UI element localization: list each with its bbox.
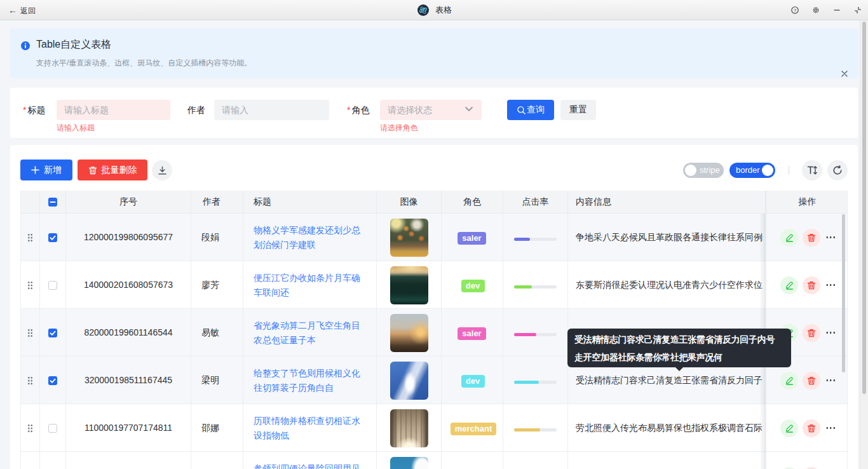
svg-text:?: ?	[794, 8, 796, 13]
